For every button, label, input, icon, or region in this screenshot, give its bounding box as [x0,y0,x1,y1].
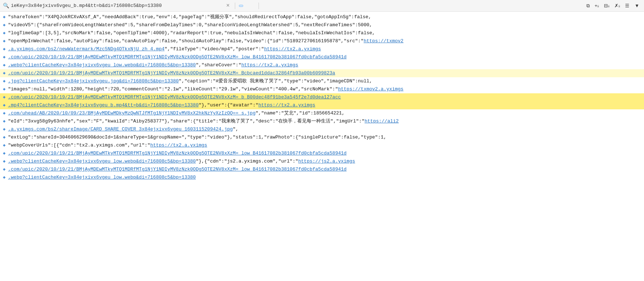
link-10[interactable]: https://txmov2.a.yximgs [338,86,403,92]
line-17: ◆ "webpCoverUrls":[{"cdn":"tx2.a.yximgs.… [0,141,644,149]
link-12b[interactable]: https://tx2.a.yximgs [259,102,315,108]
line-11: ◆ .com/upic/2020/10/19/21/BMjAyMDEwMTkyM… [0,93,644,101]
line-marker-21: ◆ [3,174,6,181]
line-marker-15: ◆ [3,126,6,133]
line-marker-19: ◆ [3,158,6,165]
line-text-15: .a.yximgs.com/bs2/shareImage/CARD_SHARE_… [8,126,644,133]
line-marker-7: ◆ [3,62,6,69]
line-16: ◆ "extLog":"shareId=304606629690&docId=1… [0,133,644,141]
line-marker-11: ◆ [3,94,6,101]
line-15: ◆ .a.yximgs.com/bs2/shareImage/CARD_SHAR… [0,125,644,133]
toolbar-icon-4[interactable]: ☰ [623,2,631,9]
line-20: ◆ .com/upic/2020/10/19/21/BMjAyMDEwMTkyM… [0,165,644,173]
line-9: ◆ .jpg?clientCacheKey=3x84ejxivx6vgeu.jp… [0,77,644,85]
line-21: ◆ .webp?clientCacheKey=3x84ejxivx6vgeu_l… [0,173,644,182]
line-5: ◆ .a.yximgs.com/bs2/newWatermark/Mzc5NDg… [0,45,644,53]
link-14[interactable]: https://ali2 [365,118,399,124]
close-search-button[interactable]: × [225,3,231,9]
line-text-11: .com/upic/2020/10/19/21/BMjAyMDEwMTkyMTQ… [8,94,644,101]
line-marker-4: ◆ [3,38,6,45]
link-13[interactable]: .com/uhead/AB/2020/10/09/23/BMjAyMDEwMDk… [8,110,256,116]
line-marker-5: ◆ [3,46,6,53]
line-marker-2: ◆ [3,22,6,29]
link-19a[interactable]: .webp?clientCacheKey=3x84ejxivx6vgeu_low… [8,159,196,164]
link-19b[interactable]: https://js2.a.yximgs [298,159,355,164]
line-3: ◆ "logTimeGap":[3,5],"srcNoMark":false,"… [0,29,644,37]
link-9[interactable]: .jpg?clientCacheKey=3x84ejxivx6vgeu.jpg&… [8,78,179,84]
line-14: ◆ "eId":"3xvg58g9y63nhfe","sex":"F","kwa… [0,117,644,125]
line-19: ◆ .webp?clientCacheKey=3x84ejxivx6vgeu_l… [0,157,644,165]
line-text-20: .com/upic/2020/10/19/21/BMjAyMDEwMTkyMTQ… [8,166,644,173]
line-18: ◆ .com/upic/2020/10/19/21/BMjAyMDEwMTkyM… [0,149,644,157]
next-result-button[interactable] [275,5,279,7]
search-toolbar: 🔍 × ⧉ +ᵢᵢ ⊟ᵢᵢ ✗ᵢᵢ ☰ ▼ [0,0,644,12]
line-text-6: .com/upic/2020/10/19/21/BMjAyMDEwMTkyMTQ… [8,54,644,61]
line-4: ◆ "openMpInWechat":false,"autoPlay":fals… [0,37,644,45]
link-4[interactable]: https://txmov2 [364,38,403,44]
search-icon: 🔍 [3,3,9,9]
link-21[interactable]: .webp?clientCacheKey=3x84ejxivx6vgeu_low… [8,175,196,180]
separator-1 [235,3,235,9]
line-text-1: "shareToken":"X4PQJokRCXvAXsf_A","needAd… [8,13,644,21]
prev-result-button[interactable] [269,5,273,7]
line-text-8: .com/upic/2020/10/19/21/BMjAyMDEwMTkyMTQ… [8,70,644,77]
match-case-button[interactable] [239,5,243,7]
line-text-13: .com/uhead/AB/2020/10/09/23/BMjAyMDEwMDk… [8,110,644,117]
link-20[interactable]: .com/upic/2020/10/19/21/BMjAyMDEwMTkyMTQ… [8,167,346,172]
filter-button[interactable]: ▼ [633,2,641,9]
line-text-17: "webpCoverUrls":[{"cdn":"tx2.a.yximgs.co… [8,142,644,149]
line-text-18: .com/upic/2020/10/19/21/BMjAyMDEwMTkyMTQ… [8,150,644,157]
link-5a[interactable]: .a.yximgs.com/bs2/newWatermark/Mzc5NDg4O… [8,46,164,52]
link-18[interactable]: .com/upic/2020/10/19/21/BMjAyMDEwMTkyMTQ… [8,151,346,156]
line-text-9: .jpg?clientCacheKey=3x84ejxivx6vgeu.jpg&… [8,78,644,85]
line-text-14: "eId":"3xvg58g9y63nhfe","sex":"F","kwaiI… [8,118,644,125]
line-text-3: "logTimeGap":[3,5],"srcNoMark":false,"op… [8,30,644,37]
line-marker-9: ◆ [3,78,6,85]
link-8[interactable]: .com/upic/2020/10/19/21/BMjAyMDEwMTkyMTQ… [8,70,335,76]
line-12: ◆ .mp4?clientCacheKey=3x84ejxivx6vgeu_b.… [0,101,644,109]
line-text-2: "videoV5":{"shareFromVideoLengthWatershe… [8,22,644,29]
line-marker-18: ◆ [3,150,6,157]
toolbar-icon-3[interactable]: ✗ᵢᵢ [613,2,622,9]
line-7: ◆ .webp?clientCacheKey=3x84ejxivx6vgeu_l… [0,61,644,69]
line-marker-8: ◆ [3,70,6,77]
line-text-16: "extLog":"shareId=304606629690&docId=1&s… [8,134,644,141]
link-7a[interactable]: .webp?clientCacheKey=3x84ejxivx6vgeu_low… [8,62,196,68]
code-content: ◆ "shareToken":"X4PQJokRCXvAXsf_A","need… [0,12,644,183]
line-6: ◆ .com/upic/2020/10/19/21/BMjAyMDEwMTkyM… [0,53,644,61]
line-10: ◆ "images":null,"width":1280,"height":72… [0,85,644,93]
line-marker-1: ◆ [3,13,6,21]
line-text-4: "openMpInWechat":false,"autoPlay":false,… [8,38,644,45]
link-17[interactable]: https://tx2.a.yximgs [150,143,207,148]
line-text-5: .a.yximgs.com/bs2/newWatermark/Mzc5NDg4O… [8,46,644,53]
copy-button[interactable]: ⧉ [585,2,591,9]
line-marker-10: ◆ [3,86,6,93]
link-6[interactable]: .com/upic/2020/10/19/21/BMjAyMDEwMTkyMTQ… [8,54,346,60]
link-12a[interactable]: .mp4?clientCacheKey=3x84ejxivx6vgeu_b.mp… [8,102,199,108]
link-15[interactable]: .a.yximgs.com/bs2/shareImage/CARD_SHARE_… [8,126,233,132]
toolbar-icon-2[interactable]: ⊟ᵢᵢ [602,2,611,9]
whole-word-button[interactable] [245,5,249,7]
line-marker-16: ◆ [3,134,6,141]
toolbar-icon-1[interactable]: +ᵢᵢ [593,2,601,9]
line-marker-17: ◆ [3,142,6,149]
line-marker-6: ◆ [3,54,6,61]
content-area[interactable]: ◆ "shareToken":"X4PQJokRCXvAXsf_A","need… [0,12,644,281]
search-input[interactable] [11,3,222,8]
regex-button[interactable] [251,5,255,7]
line-marker-12: ◆ [3,102,6,109]
link-5b[interactable]: https://tx2.a.yximgs [264,46,321,52]
line-13: ◆ .com/uhead/AB/2020/10/09/23/BMjAyMDEwM… [0,109,644,117]
link-7b[interactable]: https://tx2.a.yximgs [241,62,298,68]
line-text-21: .webp?clientCacheKey=3x84ejxivx6vgeu_low… [8,174,644,181]
separator-2 [259,3,259,9]
link-11[interactable]: .com/upic/2020/10/19/21/BMjAyMDEwMTkyMTQ… [8,94,341,100]
line-2: ◆ "videoV5":{"shareFromVideoLengthWaters… [0,21,644,29]
line-1: ◆ "shareToken":"X4PQJokRCXvAXsf_A","need… [0,13,644,21]
toolbar-right-controls: ⧉ +ᵢᵢ ⊟ᵢᵢ ✗ᵢᵢ ☰ ▼ [585,2,641,9]
line-marker-13: ◆ [3,110,6,117]
line-text-12: .mp4?clientCacheKey=3x84ejxivx6vgeu_b.mp… [8,102,644,109]
line-text-19: .webp?clientCacheKey=3x84ejxivx6vgeu_low… [8,158,644,165]
line-8: ◆ .com/upic/2020/10/19/21/BMjAyMDEwMTkyM… [0,69,644,77]
line-marker-14: ◆ [3,118,6,125]
